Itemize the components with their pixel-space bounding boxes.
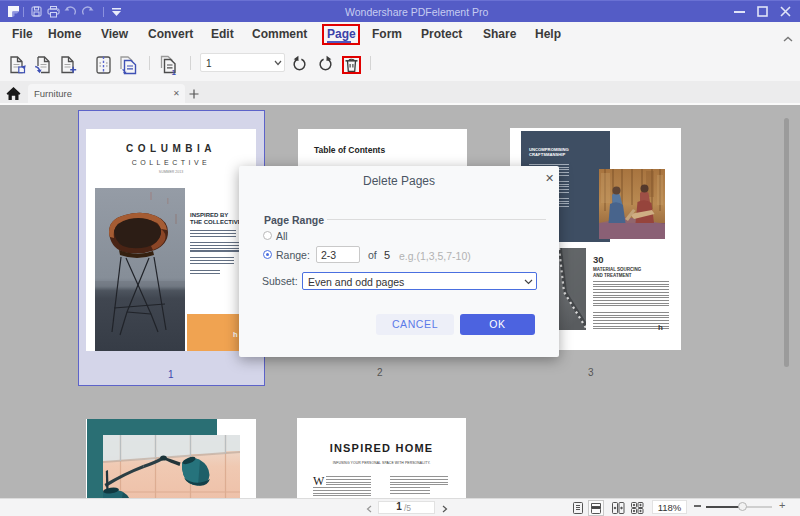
svg-text:1: 1: [172, 68, 177, 76]
